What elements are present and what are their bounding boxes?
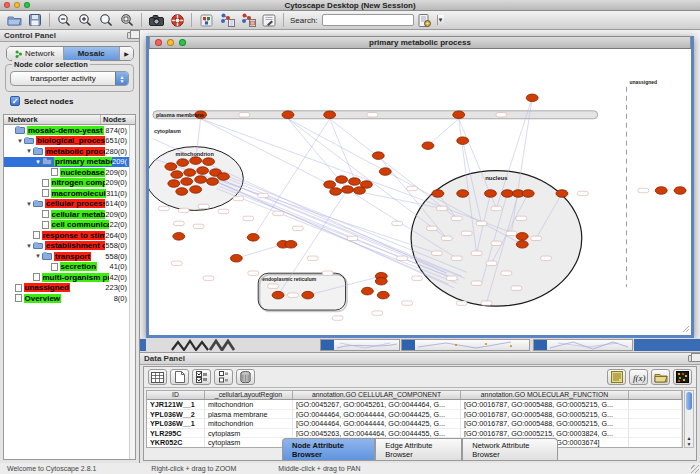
tree-row[interactable]: ▼cellular process614(0) (4, 199, 135, 210)
graph-node[interactable] (638, 188, 649, 192)
new-attribute-icon[interactable] (170, 369, 189, 385)
graph-node-selected[interactable] (377, 291, 389, 299)
tab-network[interactable]: Network (7, 47, 64, 60)
import-attributes-icon[interactable] (651, 369, 670, 385)
float-panel-icon[interactable] (688, 355, 696, 362)
graph-node[interactable] (491, 206, 502, 210)
graph-edge[interactable] (253, 119, 329, 238)
graph-node[interactable] (471, 251, 482, 255)
graph-node[interactable] (292, 226, 303, 230)
graph-node-selected[interactable] (330, 188, 342, 196)
graph-node-selected[interactable] (173, 233, 185, 241)
graph-node[interactable] (577, 191, 588, 195)
tree-row[interactable]: nucleobase-209(0) (4, 167, 135, 178)
graph-node[interactable] (456, 301, 467, 305)
copy-network-view-icon[interactable] (217, 12, 237, 29)
tree-expand-icon[interactable]: ▼ (16, 138, 24, 144)
save-icon[interactable] (25, 12, 45, 29)
graph-node-selected[interactable] (336, 176, 348, 184)
background-window-fragment[interactable] (533, 339, 633, 351)
graph-node[interactable] (541, 256, 552, 260)
graph-node[interactable] (268, 284, 279, 288)
graph-node[interactable] (397, 256, 408, 260)
tree-row[interactable]: secretion41(0) (4, 262, 135, 273)
background-window-fragment[interactable] (320, 339, 400, 351)
graph-node-selected[interactable] (165, 163, 177, 171)
graph-node-selected[interactable] (203, 158, 215, 166)
col-region[interactable]: _cellularLayoutRegion (205, 391, 293, 399)
select-attributes-icon[interactable] (192, 369, 211, 385)
tree-row[interactable]: cell communicat22(0) (4, 220, 135, 231)
help-icon[interactable] (167, 12, 187, 29)
graph-node-selected[interactable] (176, 188, 188, 196)
graph-node-selected[interactable] (375, 277, 387, 285)
graph-node-selected[interactable] (342, 186, 354, 194)
graph-node[interactable] (347, 236, 358, 240)
graph-node[interactable] (402, 301, 413, 305)
graph-node[interactable] (412, 276, 423, 280)
background-window-fragment[interactable] (401, 339, 530, 351)
graph-node-selected[interactable] (485, 190, 497, 198)
graph-node[interactable] (239, 113, 250, 117)
graph-node[interactable] (193, 224, 204, 228)
graph-node[interactable] (496, 113, 507, 117)
graph-node[interactable] (491, 241, 502, 245)
graph-node[interactable] (451, 256, 462, 260)
graph-edge[interactable] (236, 244, 283, 258)
background-window-edge[interactable] (634, 339, 700, 351)
graph-node[interactable] (511, 286, 522, 290)
graph-node-selected[interactable] (324, 111, 336, 119)
graph-node[interactable] (173, 221, 184, 225)
graph-node-selected[interactable] (522, 190, 534, 198)
graph-edge[interactable] (330, 119, 457, 219)
graph-node-selected[interactable] (302, 291, 314, 299)
tree-row[interactable]: nitrogen compo209(0) (4, 178, 135, 189)
graph-node[interactable] (198, 204, 209, 208)
graph-node[interactable] (407, 186, 418, 190)
float-panel-icon[interactable] (127, 32, 135, 39)
graph-edge[interactable] (288, 119, 447, 239)
snapshot-icon[interactable] (146, 12, 166, 29)
attribute-matrix-icon[interactable] (673, 369, 692, 385)
background-window-edge[interactable] (140, 339, 146, 351)
window-resize-grip[interactable] (691, 465, 699, 473)
graph-node[interactable] (158, 206, 169, 210)
attribute-notes-icon[interactable] (607, 369, 626, 385)
graph-node-selected[interactable] (285, 241, 297, 249)
graph-node[interactable] (531, 236, 542, 240)
tree-row[interactable]: unassigned223(0) (4, 283, 135, 294)
graph-node-selected[interactable] (457, 190, 469, 198)
graph-node[interactable] (476, 221, 487, 225)
tree-row[interactable]: cellular metabo209(0) (4, 209, 135, 220)
graph-node-selected[interactable] (324, 181, 336, 189)
col-cellular-component[interactable]: annotation.GO CELLULAR_COMPONENT (293, 391, 461, 399)
tree-row[interactable]: ▼primary metabo209( (4, 157, 135, 168)
graph-node[interactable] (367, 113, 378, 117)
graph-node[interactable] (322, 271, 333, 275)
table-scrollbar[interactable]: ▲▼ (684, 390, 694, 448)
graph-node-selected[interactable] (501, 190, 513, 198)
graph-node-selected[interactable] (457, 137, 469, 145)
col-id[interactable]: ID (147, 391, 205, 399)
graph-node-selected[interactable] (361, 287, 373, 295)
destroy-network-view-icon[interactable] (238, 12, 258, 29)
graph-edge[interactable] (428, 119, 459, 146)
graph-node[interactable] (248, 271, 259, 275)
tree-expand-icon[interactable]: ▼ (25, 201, 33, 207)
graph-node[interactable] (516, 216, 527, 220)
tab-node-attribute-browser[interactable]: Node Attribute Browser (282, 438, 375, 460)
graph-node-selected[interactable] (453, 111, 465, 119)
open-file-icon[interactable] (4, 12, 24, 29)
graph-node[interactable] (273, 211, 284, 215)
node-color-dropdown[interactable]: transporter activity ▲▼ (10, 71, 129, 86)
resize-grip-icon[interactable] (683, 326, 689, 332)
graph-node-selected[interactable] (655, 187, 667, 195)
tree-row[interactable]: macromolecule311(0) (4, 188, 135, 199)
tree-expand-icon[interactable]: ▼ (34, 253, 42, 259)
graph-node-selected[interactable] (190, 186, 202, 194)
graph-node[interactable] (436, 206, 447, 210)
graph-node[interactable] (178, 208, 189, 212)
graph-node[interactable] (446, 276, 457, 280)
graph-node-selected[interactable] (556, 190, 568, 198)
network-canvas[interactable]: plasma membrane cytoplasm mitochondrion … (149, 49, 691, 335)
